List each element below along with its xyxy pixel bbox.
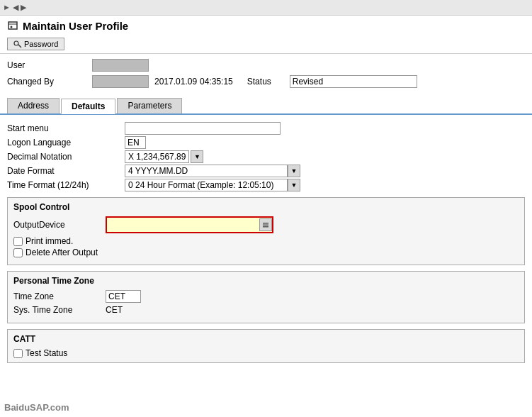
time-zone-row: Time Zone	[13, 290, 519, 303]
time-format-value: 0 24 Hour Format (Example: 12:05:10)	[125, 179, 288, 191]
user-row: User	[7, 58, 525, 72]
decimal-notation-group: Decimal Notation X 1,234,567.89 ▼	[7, 150, 525, 163]
top-bar: ► ◀ ▶	[0, 0, 532, 16]
start-menu-label: Start menu	[7, 123, 120, 133]
svg-rect-6	[263, 223, 268, 224]
time-zone-label: Time Zone	[13, 291, 106, 301]
test-status-label: Test Status	[26, 348, 67, 358]
user-label: User	[7, 60, 92, 70]
svg-point-2	[11, 26, 13, 28]
sys-time-zone-row: Sys. Time Zone CET	[13, 305, 519, 315]
start-menu-group: Start menu	[7, 122, 525, 135]
output-device-row: OutputDevice	[13, 216, 519, 233]
changed-by-row: Changed By 2017.01.09 04:35:15 Status Re…	[7, 74, 525, 89]
output-device-input[interactable]	[107, 218, 259, 232]
print-immed-row: Print immed.	[13, 236, 519, 246]
date-format-group: Date Format 4 YYYY.MM.DD ▼	[7, 165, 525, 177]
page-title-bar: Maintain User Profile	[0, 16, 532, 35]
user-profile-icon	[7, 21, 18, 32]
changed-by-value	[92, 75, 149, 88]
print-immed-label: Print immed.	[26, 236, 73, 246]
output-device-wrapper	[106, 216, 273, 233]
date-format-value: 4 YYYY.MM.DD	[125, 165, 288, 177]
svg-point-3	[14, 41, 18, 45]
changed-by-label: Changed By	[7, 77, 92, 87]
user-fields: User Changed By 2017.01.09 04:35:15 Stat…	[0, 54, 532, 95]
catt-title: CATT	[13, 334, 519, 344]
sys-time-zone-label: Sys. Time Zone	[13, 305, 106, 315]
svg-rect-8	[263, 226, 268, 228]
nav-controls: ► ◀ ▶	[3, 3, 26, 12]
start-menu-input[interactable]	[125, 122, 281, 135]
sys-time-zone-value: CET	[106, 305, 123, 315]
decimal-notation-value: X 1,234,567.89	[125, 150, 189, 163]
date-format-dropdown[interactable]: ▼	[288, 165, 300, 177]
output-device-label: OutputDevice	[13, 220, 106, 230]
print-immed-checkbox[interactable]	[13, 237, 23, 246]
personal-time-zone-section: Personal Time Zone Time Zone Sys. Time Z…	[7, 271, 525, 323]
key-icon	[13, 40, 22, 48]
decimal-notation-dropdown[interactable]: ▼	[191, 150, 203, 163]
tab-parameters[interactable]: Parameters	[117, 98, 182, 113]
personal-time-zone-title: Personal Time Zone	[13, 276, 519, 286]
date-value: 2017.01.09	[154, 77, 197, 87]
logon-language-label: Logon Language	[7, 138, 120, 148]
output-device-search-button[interactable]	[259, 218, 272, 231]
date-format-label: Date Format	[7, 166, 120, 176]
svg-rect-0	[9, 22, 17, 29]
spool-control-title: Spool Control	[13, 202, 519, 212]
time-zone-input[interactable]	[106, 290, 141, 303]
logon-language-group: Logon Language	[7, 136, 525, 149]
logon-language-input[interactable]	[125, 136, 146, 149]
search-small-icon	[262, 221, 269, 228]
status-label: Status	[247, 77, 290, 87]
time-format-group: Time Format (12/24h) 0 24 Hour Format (E…	[7, 179, 525, 191]
delete-after-output-row: Delete After Output	[13, 248, 519, 257]
decimal-notation-label: Decimal Notation	[7, 152, 120, 162]
toolbar: Password	[0, 35, 532, 54]
tab-content-defaults: Start menu Logon Language Decimal Notati…	[0, 115, 532, 372]
delete-after-output-checkbox[interactable]	[13, 248, 23, 257]
watermark: BaiduSAP.com	[4, 402, 69, 413]
status-value: Revised	[290, 75, 417, 88]
tabs-bar: Address Defaults Parameters	[0, 95, 532, 115]
page-title: Maintain User Profile	[23, 20, 128, 32]
spool-control-section: Spool Control OutputDevice Print immed.	[7, 197, 525, 265]
svg-line-4	[18, 45, 21, 48]
catt-section: CATT Test Status	[7, 329, 525, 363]
time-format-dropdown[interactable]: ▼	[288, 179, 300, 191]
tab-address[interactable]: Address	[7, 98, 60, 113]
delete-after-output-label: Delete After Output	[26, 248, 98, 257]
time-format-label: Time Format (12/24h)	[7, 180, 120, 190]
test-status-checkbox[interactable]	[13, 349, 23, 358]
password-button[interactable]: Password	[7, 38, 64, 50]
user-value	[92, 59, 149, 72]
test-status-row: Test Status	[13, 348, 519, 358]
tab-defaults[interactable]: Defaults	[61, 99, 115, 114]
time-value: 04:35:15	[200, 77, 233, 87]
svg-rect-7	[263, 225, 268, 226]
